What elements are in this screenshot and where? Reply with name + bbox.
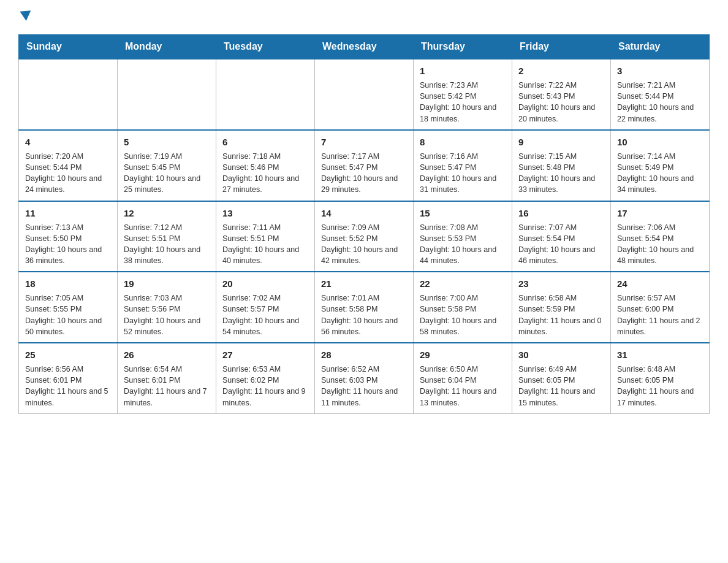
- day-cell-empty-2: [216, 59, 315, 130]
- day-cell-2: 2Sunrise: 7:22 AM Sunset: 5:43 PM Daylig…: [512, 59, 611, 130]
- day-number: 1: [420, 64, 506, 77]
- day-info: Sunrise: 7:23 AM Sunset: 5:42 PM Dayligh…: [420, 81, 496, 123]
- day-info: Sunrise: 7:21 AM Sunset: 5:44 PM Dayligh…: [617, 81, 694, 123]
- day-number: 3: [617, 64, 703, 77]
- day-cell-18: 18Sunrise: 7:05 AM Sunset: 5:55 PM Dayli…: [19, 272, 118, 343]
- day-number: 29: [420, 348, 506, 361]
- day-number: 5: [124, 136, 210, 148]
- day-info: Sunrise: 7:15 AM Sunset: 5:48 PM Dayligh…: [518, 152, 595, 194]
- day-cell-16: 16Sunrise: 7:07 AM Sunset: 5:54 PM Dayli…: [512, 201, 611, 272]
- logo: [18, 12, 31, 22]
- page-header: [18, 12, 710, 22]
- day-cell-17: 17Sunrise: 7:06 AM Sunset: 5:54 PM Dayli…: [611, 201, 710, 272]
- day-info: Sunrise: 7:09 AM Sunset: 5:52 PM Dayligh…: [321, 223, 398, 266]
- day-info: Sunrise: 6:48 AM Sunset: 6:05 PM Dayligh…: [617, 365, 694, 407]
- day-number: 21: [321, 277, 407, 290]
- day-number: 8: [420, 136, 506, 148]
- day-number: 23: [518, 277, 604, 290]
- day-info: Sunrise: 6:50 AM Sunset: 6:04 PM Dayligh…: [420, 365, 496, 407]
- col-header-thursday: Thursday: [414, 35, 512, 59]
- day-info: Sunrise: 6:57 AM Sunset: 6:00 PM Dayligh…: [617, 294, 700, 336]
- day-number: 11: [25, 207, 111, 220]
- day-cell-9: 9Sunrise: 7:15 AM Sunset: 5:48 PM Daylig…: [512, 130, 611, 201]
- day-number: 24: [617, 277, 703, 290]
- day-number: 27: [222, 348, 308, 361]
- logo-triangle-icon: [20, 10, 31, 21]
- day-cell-27: 27Sunrise: 6:53 AM Sunset: 6:02 PM Dayli…: [216, 343, 315, 413]
- day-info: Sunrise: 6:49 AM Sunset: 6:05 PM Dayligh…: [518, 365, 595, 407]
- day-cell-5: 5Sunrise: 7:19 AM Sunset: 5:45 PM Daylig…: [118, 130, 216, 201]
- day-number: 16: [518, 207, 604, 220]
- day-info: Sunrise: 7:11 AM Sunset: 5:51 PM Dayligh…: [222, 223, 299, 266]
- day-cell-3: 3Sunrise: 7:21 AM Sunset: 5:44 PM Daylig…: [611, 59, 710, 130]
- day-info: Sunrise: 7:19 AM Sunset: 5:45 PM Dayligh…: [124, 152, 200, 194]
- day-info: Sunrise: 6:58 AM Sunset: 5:59 PM Dayligh…: [518, 294, 602, 336]
- day-cell-28: 28Sunrise: 6:52 AM Sunset: 6:03 PM Dayli…: [315, 343, 414, 413]
- day-info: Sunrise: 7:12 AM Sunset: 5:51 PM Dayligh…: [124, 223, 200, 266]
- day-cell-29: 29Sunrise: 6:50 AM Sunset: 6:04 PM Dayli…: [414, 343, 512, 413]
- day-info: Sunrise: 7:14 AM Sunset: 5:49 PM Dayligh…: [617, 152, 694, 194]
- day-info: Sunrise: 7:03 AM Sunset: 5:56 PM Dayligh…: [124, 294, 200, 336]
- day-number: 14: [321, 207, 407, 220]
- day-number: 4: [25, 136, 111, 148]
- day-info: Sunrise: 7:22 AM Sunset: 5:43 PM Dayligh…: [518, 81, 595, 123]
- day-cell-10: 10Sunrise: 7:14 AM Sunset: 5:49 PM Dayli…: [611, 130, 710, 201]
- day-number: 30: [518, 348, 604, 361]
- day-info: Sunrise: 7:02 AM Sunset: 5:57 PM Dayligh…: [222, 294, 299, 336]
- week-row-5: 25Sunrise: 6:56 AM Sunset: 6:01 PM Dayli…: [19, 343, 710, 413]
- col-header-saturday: Saturday: [611, 35, 710, 59]
- day-number: 18: [25, 277, 111, 290]
- day-info: Sunrise: 7:01 AM Sunset: 5:58 PM Dayligh…: [321, 294, 398, 336]
- day-number: 25: [25, 348, 111, 361]
- day-cell-30: 30Sunrise: 6:49 AM Sunset: 6:05 PM Dayli…: [512, 343, 611, 413]
- day-info: Sunrise: 7:07 AM Sunset: 5:54 PM Dayligh…: [518, 223, 595, 266]
- col-header-monday: Monday: [118, 35, 216, 59]
- day-number: 10: [617, 136, 703, 148]
- day-number: 6: [222, 136, 308, 148]
- day-cell-8: 8Sunrise: 7:16 AM Sunset: 5:47 PM Daylig…: [414, 130, 512, 201]
- day-info: Sunrise: 7:05 AM Sunset: 5:55 PM Dayligh…: [25, 294, 102, 336]
- day-cell-20: 20Sunrise: 7:02 AM Sunset: 5:57 PM Dayli…: [216, 272, 315, 343]
- day-cell-14: 14Sunrise: 7:09 AM Sunset: 5:52 PM Dayli…: [315, 201, 414, 272]
- day-cell-empty-3: [315, 59, 414, 130]
- day-cell-26: 26Sunrise: 6:54 AM Sunset: 6:01 PM Dayli…: [118, 343, 216, 413]
- day-cell-23: 23Sunrise: 6:58 AM Sunset: 5:59 PM Dayli…: [512, 272, 611, 343]
- day-cell-empty-1: [118, 59, 216, 130]
- col-header-tuesday: Tuesday: [216, 35, 315, 59]
- day-number: 19: [124, 277, 210, 290]
- col-header-wednesday: Wednesday: [315, 35, 414, 59]
- day-cell-1: 1Sunrise: 7:23 AM Sunset: 5:42 PM Daylig…: [414, 59, 512, 130]
- day-cell-15: 15Sunrise: 7:08 AM Sunset: 5:53 PM Dayli…: [414, 201, 512, 272]
- day-number: 20: [222, 277, 308, 290]
- day-info: Sunrise: 7:08 AM Sunset: 5:53 PM Dayligh…: [420, 223, 496, 266]
- day-info: Sunrise: 7:16 AM Sunset: 5:47 PM Dayligh…: [420, 152, 496, 194]
- day-number: 31: [617, 348, 703, 361]
- day-info: Sunrise: 7:20 AM Sunset: 5:44 PM Dayligh…: [25, 152, 102, 194]
- day-cell-22: 22Sunrise: 7:00 AM Sunset: 5:58 PM Dayli…: [414, 272, 512, 343]
- week-row-4: 18Sunrise: 7:05 AM Sunset: 5:55 PM Dayli…: [19, 272, 710, 343]
- day-number: 12: [124, 207, 210, 220]
- day-number: 2: [518, 64, 604, 77]
- day-number: 7: [321, 136, 407, 148]
- day-number: 9: [518, 136, 604, 148]
- day-info: Sunrise: 7:06 AM Sunset: 5:54 PM Dayligh…: [617, 223, 694, 266]
- day-cell-24: 24Sunrise: 6:57 AM Sunset: 6:00 PM Dayli…: [611, 272, 710, 343]
- day-info: Sunrise: 6:56 AM Sunset: 6:01 PM Dayligh…: [25, 365, 108, 407]
- day-cell-6: 6Sunrise: 7:18 AM Sunset: 5:46 PM Daylig…: [216, 130, 315, 201]
- day-info: Sunrise: 6:54 AM Sunset: 6:01 PM Dayligh…: [124, 365, 207, 407]
- day-cell-19: 19Sunrise: 7:03 AM Sunset: 5:56 PM Dayli…: [118, 272, 216, 343]
- day-cell-empty-0: [19, 59, 118, 130]
- day-number: 13: [222, 207, 308, 220]
- day-info: Sunrise: 7:17 AM Sunset: 5:47 PM Dayligh…: [321, 152, 398, 194]
- day-number: 15: [420, 207, 506, 220]
- day-info: Sunrise: 7:13 AM Sunset: 5:50 PM Dayligh…: [25, 223, 102, 266]
- week-row-1: 1Sunrise: 7:23 AM Sunset: 5:42 PM Daylig…: [19, 59, 710, 130]
- day-number: 17: [617, 207, 703, 220]
- day-info: Sunrise: 6:52 AM Sunset: 6:03 PM Dayligh…: [321, 365, 398, 407]
- col-header-friday: Friday: [512, 35, 611, 59]
- week-row-2: 4Sunrise: 7:20 AM Sunset: 5:44 PM Daylig…: [19, 130, 710, 201]
- day-info: Sunrise: 7:18 AM Sunset: 5:46 PM Dayligh…: [222, 152, 299, 194]
- day-cell-7: 7Sunrise: 7:17 AM Sunset: 5:47 PM Daylig…: [315, 130, 414, 201]
- day-cell-21: 21Sunrise: 7:01 AM Sunset: 5:58 PM Dayli…: [315, 272, 414, 343]
- day-cell-4: 4Sunrise: 7:20 AM Sunset: 5:44 PM Daylig…: [19, 130, 118, 201]
